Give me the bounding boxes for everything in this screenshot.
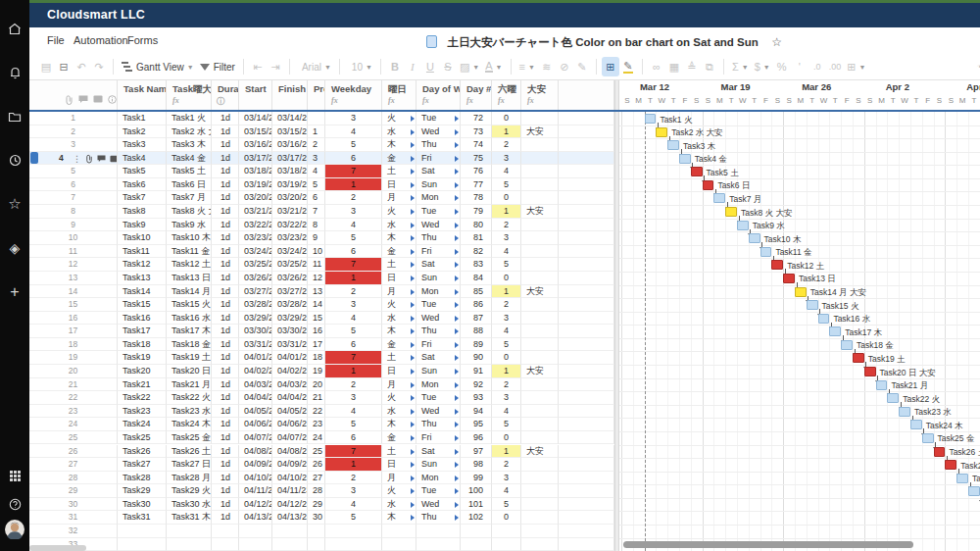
cell-pre[interactable]: 27 (308, 472, 325, 485)
cell-pre[interactable]: 25 (308, 445, 325, 459)
cell-rok[interactable]: 1 (492, 205, 521, 219)
cell-spare[interactable] (559, 458, 614, 472)
row-number[interactable]: 5 (29, 165, 118, 178)
cell-rok[interactable]: 4 (492, 405, 521, 419)
cell-finish[interactable]: 04/05/23 (272, 405, 308, 419)
cell-yobi[interactable]: 水 (382, 125, 416, 139)
cell-pre[interactable]: 2 (308, 138, 325, 152)
increase-decimals-button[interactable]: .00 (826, 57, 845, 76)
cell-wd[interactable]: 2 (325, 191, 382, 205)
cell-dur[interactable]: 1d (212, 378, 239, 392)
cell-pre[interactable]: 22 (308, 405, 325, 419)
wrap-text-button[interactable]: ≋ (538, 57, 556, 76)
favorite-star-icon[interactable]: ☆ (771, 35, 782, 49)
cell-day[interactable]: 72 (461, 112, 492, 125)
cell-dur[interactable]: 1d (212, 498, 239, 512)
cell-day[interactable]: 96 (461, 431, 492, 445)
row-number[interactable]: 26 (29, 445, 118, 459)
cell-spare[interactable] (559, 405, 614, 419)
gantt-bar-task27[interactable] (945, 460, 956, 470)
cell-rok[interactable]: 1 (492, 285, 521, 299)
cell-day[interactable]: 93 (461, 391, 492, 405)
gantt-bar-task15[interactable] (807, 300, 818, 310)
cell-dur[interactable]: 1d (212, 338, 239, 352)
cell-finish[interactable]: 03/23/23 (272, 231, 308, 245)
cell-day[interactable]: 82 (461, 245, 492, 259)
cell-wd[interactable]: 5 (325, 231, 382, 245)
fill-color-button[interactable]: ▨▼ (457, 57, 482, 76)
cell-rok[interactable]: 0 (492, 431, 521, 445)
cell-label[interactable]: Task23 水 (167, 405, 212, 419)
column-header-finish[interactable]: Finish (272, 80, 308, 110)
cell-wd[interactable]: 5 (325, 138, 382, 152)
cell-spare[interactable] (559, 511, 614, 525)
cell-day[interactable]: 74 (461, 138, 492, 152)
cell-yobi[interactable]: 月 (382, 472, 416, 485)
outdent-button[interactable]: ⇤ (249, 57, 267, 76)
cell-pre[interactable]: 19 (308, 365, 325, 378)
user-avatar[interactable] (0, 519, 29, 540)
cell-yobi[interactable]: 月 (382, 285, 416, 299)
row-number[interactable]: 27 (29, 458, 118, 472)
cell-dur[interactable]: 1d (212, 125, 239, 139)
cell-rok[interactable]: 3 (492, 231, 521, 245)
cell-day[interactable]: 80 (461, 219, 492, 232)
cell-yobi[interactable]: 土 (382, 351, 416, 365)
cell-task[interactable]: Task2 (118, 125, 167, 139)
cell-rok[interactable]: 0 (492, 191, 521, 205)
borders-button[interactable]: ⊞ (602, 57, 619, 76)
cell-start[interactable]: 03/14/23 (239, 112, 272, 125)
cell-day[interactable]: 77 (461, 178, 492, 192)
cell-wd[interactable]: 6 (325, 152, 382, 166)
cell-day[interactable]: 76 (461, 165, 492, 178)
cell-dur[interactable]: 1d (212, 205, 239, 219)
cell-dow[interactable]: Sun (416, 178, 461, 192)
cell-start[interactable]: 03/20/23 (239, 191, 272, 205)
cell-finish[interactable]: 03/18/23 (272, 165, 308, 178)
column-header-label[interactable]: Task曜大fx (167, 80, 212, 110)
cell-task[interactable] (118, 525, 167, 538)
cell-finish[interactable]: 03/14/23 (272, 112, 308, 125)
cell-label[interactable]: Task5 土 (167, 165, 212, 178)
cell-yobi[interactable]: 火 (382, 112, 416, 125)
home-icon[interactable] (0, 18, 29, 39)
cell-dur[interactable]: 1d (212, 178, 239, 192)
cell-label[interactable]: Task12 土 (167, 258, 212, 272)
cell-pre[interactable]: 20 (308, 378, 325, 392)
cell-wd[interactable]: 1 (325, 458, 382, 472)
cell-pre[interactable]: 24 (308, 431, 325, 445)
cell-finish[interactable]: 03/29/23 (272, 312, 308, 326)
cell-finish[interactable]: 04/02/23 (272, 365, 308, 378)
cell-spare[interactable] (559, 112, 614, 125)
gantt-bar-task5[interactable] (691, 167, 703, 176)
column-header-n[interactable] (29, 80, 118, 110)
cell-start[interactable]: 04/05/23 (239, 405, 272, 419)
cell-start[interactable]: 03/19/23 (239, 178, 272, 192)
cell-finish[interactable]: 03/24/23 (272, 245, 308, 259)
cell-day[interactable]: 101 (461, 498, 492, 512)
cell-spare[interactable] (559, 125, 614, 139)
cell-rok[interactable] (492, 525, 521, 538)
cell-label[interactable]: Task25 金 (167, 431, 212, 445)
cell-dow[interactable]: Mon (416, 285, 461, 299)
row-number[interactable]: 14 (29, 285, 118, 299)
cell-task[interactable]: Task20 (118, 365, 167, 378)
row-number[interactable]: 19 (29, 351, 118, 365)
format-painter-button[interactable]: ✎ (573, 57, 591, 76)
notifications-bell-icon[interactable] (0, 62, 29, 83)
cell-dur[interactable]: 1d (212, 245, 239, 259)
cell-wd[interactable]: 5 (325, 325, 382, 338)
cell-yobi[interactable]: 木 (382, 418, 416, 431)
cell-pre[interactable]: 6 (308, 191, 325, 205)
browse-folder-icon[interactable] (0, 106, 29, 127)
redo-button[interactable]: ↷ (90, 57, 108, 76)
cell-taian[interactable]: 大安 (521, 285, 559, 299)
cell-dow[interactable]: Sat (416, 351, 461, 365)
cell-finish[interactable]: 03/28/23 (272, 298, 308, 312)
gantt-bar-task16[interactable] (818, 314, 830, 324)
cell-start[interactable]: 03/23/23 (239, 231, 272, 245)
gantt-bar-task2[interactable] (656, 127, 667, 137)
indent-button[interactable]: ⇥ (267, 57, 284, 76)
cell-task[interactable]: Task16 (118, 312, 167, 326)
gantt-bar-task19[interactable] (853, 353, 864, 363)
